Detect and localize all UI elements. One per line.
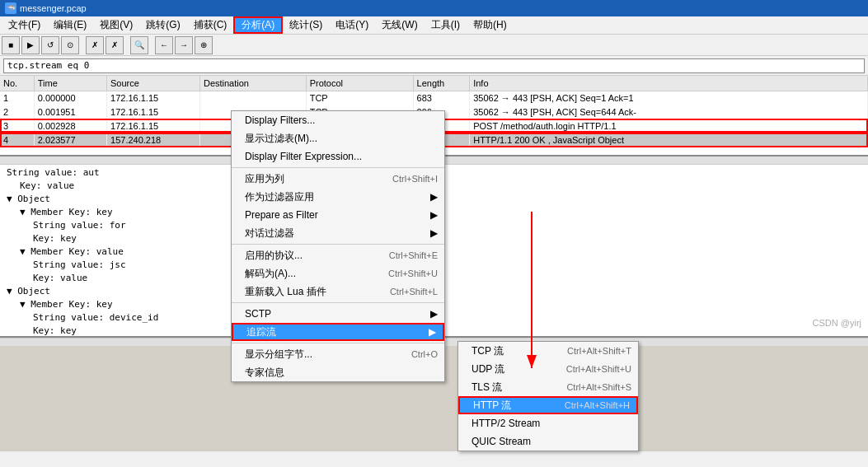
toolbar-btn-4[interactable]: ⊙	[61, 36, 79, 54]
detail-line: Key: value	[3, 180, 865, 193]
detail-line: String value: jsc	[3, 259, 865, 272]
menu-entry-quic-stream[interactable]: QUIC Stream	[458, 432, 638, 451]
cell-time: 2.023577	[34, 133, 106, 147]
toolbar-btn-3[interactable]: ↺	[41, 36, 59, 54]
cell-time: 0.000000	[34, 91, 106, 105]
detail-line: Key: key	[3, 325, 865, 338]
menu-capture[interactable]: 捕获(C)	[187, 16, 234, 34]
menu-wireless[interactable]: 无线(W)	[375, 16, 424, 34]
cell-dst	[199, 133, 306, 147]
packet-list: No. Time Source Destination Protocol Len…	[0, 76, 868, 156]
toolbar-btn-6[interactable]: ✗	[106, 36, 124, 54]
col-proto: Protocol	[306, 76, 413, 91]
menu-label: 专家信息	[245, 366, 284, 380]
menu-edit[interactable]: 编辑(E)	[47, 16, 93, 34]
detail-line: ▼ Member Key: key	[3, 206, 865, 219]
detail-line: String value: aut	[3, 166, 865, 180]
menu-tools[interactable]: 工具(I)	[425, 16, 467, 34]
col-no: No.	[0, 76, 34, 91]
cell-proto: TCP	[306, 91, 413, 105]
menu-label: UDP 流	[472, 362, 504, 376]
cell-time: 0.001951	[34, 105, 106, 119]
cell-no: 3	[0, 119, 34, 133]
menu-label: 显示分组字节...	[245, 348, 312, 362]
cell-dst	[199, 119, 306, 133]
table-row[interactable]: 2 0.001951 172.16.1.15 TCP 296 35062 → 4…	[0, 105, 868, 119]
cell-dst	[199, 91, 306, 105]
cell-no: 2	[0, 105, 34, 119]
cell-len: 1286	[413, 133, 470, 147]
cell-no: 1	[0, 91, 34, 105]
table-header-row: No. Time Source Destination Protocol Len…	[0, 76, 868, 91]
menu-label: QUIC Stream	[472, 436, 531, 447]
menu-label: TLS 流	[472, 381, 502, 395]
csdn-watermark: CSDN @yirj	[813, 318, 861, 328]
cell-info: 35062 → 443 [PSH, ACK] Seq=1 Ack=1	[470, 91, 868, 105]
detail-line: String value: device_id	[3, 311, 865, 325]
title-bar: 🦈 messenger.pcap	[0, 0, 868, 16]
toolbar-btn-8[interactable]: ←	[155, 36, 173, 54]
shortcut-label: Ctrl+Alt+Shift+S	[566, 382, 631, 392]
col-len: Length	[413, 76, 470, 91]
cell-len: 683	[413, 91, 470, 105]
packet-table: No. Time Source Destination Protocol Len…	[0, 76, 868, 147]
table-row[interactable]: 4 2.023577 157.240.218 HTTP/JSON 1286 HT…	[0, 133, 868, 147]
detail-line: ▼ Object	[3, 193, 865, 206]
table-row[interactable]: 1 0.000000 172.16.1.15 TCP 683 35062 → 4…	[0, 91, 868, 105]
menu-entry-show-bytes[interactable]: 显示分组字节... Ctrl+O	[232, 345, 444, 363]
menu-entry-tls-stream[interactable]: TLS 流 Ctrl+Alt+Shift+S	[458, 378, 638, 396]
menu-analyze[interactable]: 分析(A)	[233, 16, 283, 34]
menu-entry-http2-stream[interactable]: HTTP/2 Stream	[458, 414, 638, 432]
menu-entry-expert-info[interactable]: 专家信息	[232, 363, 444, 381]
menu-jump[interactable]: 跳转(G)	[139, 16, 186, 34]
table-row[interactable]: 3 0.002928 172.16.1.15 HTTP 45 POST /met…	[0, 119, 868, 133]
window-title: messenger.pcap	[20, 3, 87, 13]
cell-proto-badge: HTTP/JSON	[306, 133, 413, 147]
toolbar-btn-9[interactable]: →	[175, 36, 193, 54]
detail-line: Key: key	[3, 232, 865, 245]
cell-src: 157.240.218	[107, 133, 200, 147]
menu-entry-http-stream[interactable]: HTTP 流 Ctrl+Alt+Shift+H	[458, 396, 638, 414]
menu-phone[interactable]: 电话(Y)	[329, 16, 375, 34]
col-info: Info	[470, 76, 868, 91]
main-content: No. Time Source Destination Protocol Len…	[0, 76, 868, 346]
col-time: Time	[34, 76, 106, 91]
toolbar-btn-2[interactable]: ▶	[21, 36, 40, 54]
menu-stats[interactable]: 统计(S)	[283, 16, 329, 34]
toolbar-btn-10[interactable]: ⊕	[195, 36, 213, 54]
filter-bar	[0, 56, 868, 76]
horizontal-scrollbar[interactable]	[0, 156, 868, 165]
filter-input[interactable]	[3, 58, 865, 73]
cell-src: 172.16.1.15	[107, 91, 200, 105]
toolbar-btn-7[interactable]: 🔍	[130, 36, 148, 54]
menu-entry-udp-stream[interactable]: UDP 流 Ctrl+Alt+Shift+U	[458, 360, 638, 378]
cell-proto: HTTP	[306, 119, 413, 133]
bottom-scrollbar[interactable]	[0, 338, 868, 346]
detail-line: ▼ Member Key: value	[3, 245, 865, 259]
menu-file[interactable]: 文件(F)	[2, 16, 47, 34]
cell-len: 296	[413, 105, 470, 119]
menu-label: TCP 流	[472, 344, 504, 358]
toolbar-btn-5[interactable]: ✗	[86, 36, 104, 54]
cell-dst	[199, 105, 306, 119]
col-dest: Destination	[199, 76, 306, 91]
menu-label: HTTP 流	[473, 399, 511, 413]
toolbar-btn-1[interactable]: ■	[2, 36, 20, 54]
shortcut-label: Ctrl+Alt+Shift+H	[565, 400, 630, 410]
menu-view[interactable]: 视图(V)	[93, 16, 139, 34]
app-icon: 🦈	[5, 2, 16, 14]
detail-line: Key: value	[3, 272, 865, 285]
trace-stream-submenu: TCP 流 Ctrl+Alt+Shift+T UDP 流 Ctrl+Alt+Sh…	[457, 341, 639, 451]
toolbar: ■ ▶ ↺ ⊙ ✗ ✗ 🔍 ← → ⊕	[0, 35, 868, 56]
cell-info: POST /method/auth.login HTTP/1.1	[470, 119, 868, 133]
shortcut-label: Ctrl+O	[411, 349, 438, 359]
httpjson-badge: HTTP/JSON	[310, 133, 369, 147]
cell-info: HTTP/1.1 200 OK , JavaScript Object	[470, 133, 868, 147]
cell-info: 35062 → 443 [PSH, ACK] Seq=644 Ack-	[470, 105, 868, 119]
shortcut-label: Ctrl+Alt+Shift+U	[566, 364, 631, 374]
status-bar	[0, 451, 868, 467]
detail-area: String value: aut Key: value ▼ Object ▼ …	[0, 165, 868, 338]
shortcut-label: Ctrl+Alt+Shift+T	[567, 346, 631, 356]
cell-time: 0.002928	[34, 119, 106, 133]
menu-help[interactable]: 帮助(H)	[467, 16, 514, 34]
